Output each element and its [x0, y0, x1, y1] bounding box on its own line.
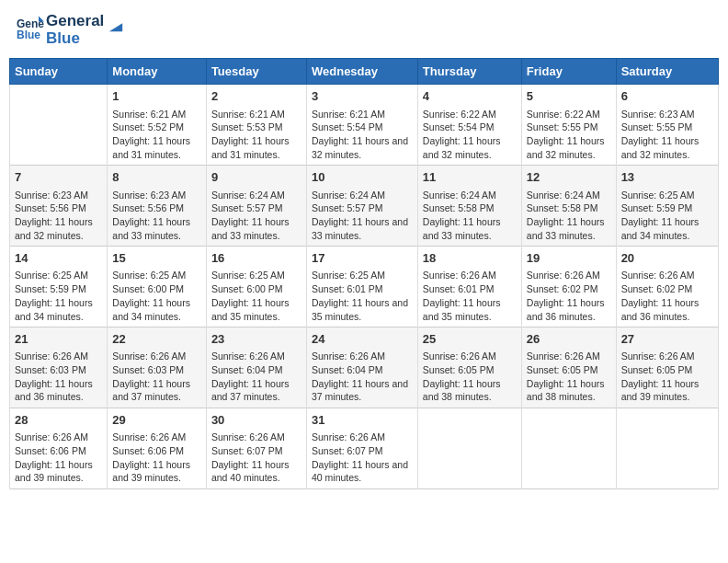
calendar-cell: 7Sunrise: 6:23 AMSunset: 5:56 PMDaylight…: [10, 166, 108, 247]
svg-text:Blue: Blue: [17, 28, 40, 40]
sunrise-text: Sunrise: 6:25 AM: [312, 269, 413, 282]
sunrise-text: Sunrise: 6:26 AM: [312, 350, 413, 363]
daylight-text: Daylight: 11 hours and 33 minutes.: [112, 215, 201, 242]
daylight-text: Daylight: 11 hours and 31 minutes.: [112, 134, 201, 161]
calendar-cell: 19Sunrise: 6:26 AMSunset: 6:02 PMDayligh…: [521, 247, 616, 327]
daylight-text: Daylight: 11 hours and 38 minutes.: [527, 377, 611, 404]
calendar-cell: 6Sunrise: 6:23 AMSunset: 5:55 PMDaylight…: [616, 85, 718, 166]
logo-triangle-icon: [108, 17, 124, 33]
sunset-text: Sunset: 6:02 PM: [527, 282, 611, 296]
daylight-text: Daylight: 11 hours and 37 minutes.: [312, 377, 413, 404]
calendar-cell: 31Sunrise: 6:26 AMSunset: 6:07 PMDayligh…: [306, 408, 417, 489]
sunrise-text: Sunrise: 6:25 AM: [112, 269, 201, 282]
daylight-text: Daylight: 11 hours and 39 minutes.: [112, 458, 201, 485]
day-number: 29: [112, 412, 201, 429]
sunrise-text: Sunrise: 6:24 AM: [423, 189, 517, 202]
calendar-cell: 9Sunrise: 6:24 AMSunset: 5:57 PMDaylight…: [206, 166, 306, 247]
sunrise-text: Sunrise: 6:23 AM: [112, 189, 201, 202]
logo: General Blue General Blue: [17, 13, 124, 47]
sunrise-text: Sunrise: 6:24 AM: [211, 189, 301, 202]
daylight-text: Daylight: 11 hours and 38 minutes.: [423, 377, 517, 404]
calendar-cell: 5Sunrise: 6:22 AMSunset: 5:55 PMDaylight…: [521, 85, 616, 166]
daylight-text: Daylight: 11 hours and 37 minutes.: [112, 377, 201, 404]
sunrise-text: Sunrise: 6:22 AM: [527, 108, 611, 121]
day-number: 14: [15, 250, 102, 267]
calendar-cell: 26Sunrise: 6:26 AMSunset: 6:05 PMDayligh…: [521, 327, 616, 408]
day-number: 4: [423, 88, 517, 105]
sunset-text: Sunset: 6:07 PM: [312, 444, 413, 458]
calendar-cell: 13Sunrise: 6:25 AMSunset: 5:59 PMDayligh…: [616, 166, 718, 247]
day-number: 10: [312, 169, 413, 186]
sunset-text: Sunset: 5:56 PM: [15, 201, 102, 215]
calendar-cell: 24Sunrise: 6:26 AMSunset: 6:04 PMDayligh…: [306, 327, 417, 408]
calendar-cell: [616, 408, 718, 489]
day-number: 16: [211, 250, 301, 267]
col-header-friday: Friday: [521, 59, 616, 85]
calendar-table: SundayMondayTuesdayWednesdayThursdayFrid…: [9, 58, 719, 489]
day-number: 30: [211, 412, 301, 429]
day-number: 21: [15, 331, 102, 348]
day-number: 17: [312, 250, 413, 267]
daylight-text: Daylight: 11 hours and 33 minutes.: [527, 215, 611, 242]
calendar-cell: 27Sunrise: 6:26 AMSunset: 6:05 PMDayligh…: [616, 327, 718, 408]
daylight-text: Daylight: 11 hours and 34 minutes.: [15, 296, 102, 323]
day-number: 18: [423, 250, 517, 267]
sunset-text: Sunset: 6:00 PM: [211, 282, 301, 296]
sunrise-text: Sunrise: 6:21 AM: [211, 108, 301, 121]
calendar-cell: 4Sunrise: 6:22 AMSunset: 5:54 PMDaylight…: [417, 85, 521, 166]
col-header-sunday: Sunday: [10, 59, 108, 85]
daylight-text: Daylight: 11 hours and 39 minutes.: [15, 458, 102, 485]
daylight-text: Daylight: 11 hours and 36 minutes.: [621, 296, 713, 323]
week-row-2: 7Sunrise: 6:23 AMSunset: 5:56 PMDaylight…: [10, 166, 719, 247]
day-number: 25: [423, 331, 517, 348]
sunset-text: Sunset: 6:06 PM: [15, 444, 102, 458]
sunrise-text: Sunrise: 6:26 AM: [15, 350, 102, 363]
calendar-cell: 15Sunrise: 6:25 AMSunset: 6:00 PMDayligh…: [108, 247, 207, 327]
daylight-text: Daylight: 11 hours and 35 minutes.: [312, 296, 413, 323]
sunset-text: Sunset: 5:54 PM: [312, 121, 413, 134]
sunrise-text: Sunrise: 6:26 AM: [527, 269, 611, 282]
day-number: 12: [527, 169, 611, 186]
sunrise-text: Sunrise: 6:21 AM: [112, 108, 201, 121]
daylight-text: Daylight: 11 hours and 35 minutes.: [423, 296, 517, 323]
sunset-text: Sunset: 5:59 PM: [621, 201, 713, 215]
sunrise-text: Sunrise: 6:26 AM: [621, 269, 713, 282]
sunset-text: Sunset: 6:01 PM: [312, 282, 413, 296]
sunset-text: Sunset: 6:05 PM: [621, 363, 713, 377]
sunset-text: Sunset: 5:55 PM: [621, 121, 713, 134]
calendar-cell: [10, 85, 108, 166]
sunrise-text: Sunrise: 6:25 AM: [211, 269, 301, 282]
day-number: 9: [211, 169, 301, 186]
daylight-text: Daylight: 11 hours and 36 minutes.: [15, 377, 102, 404]
week-row-4: 21Sunrise: 6:26 AMSunset: 6:03 PMDayligh…: [10, 327, 719, 408]
day-number: 20: [621, 250, 713, 267]
daylight-text: Daylight: 11 hours and 34 minutes.: [621, 215, 713, 242]
daylight-text: Daylight: 11 hours and 32 minutes.: [527, 134, 611, 161]
day-number: 6: [621, 88, 713, 105]
sunset-text: Sunset: 6:06 PM: [112, 444, 201, 458]
sunset-text: Sunset: 5:59 PM: [15, 282, 102, 296]
sunset-text: Sunset: 6:02 PM: [621, 282, 713, 296]
daylight-text: Daylight: 11 hours and 33 minutes.: [423, 215, 517, 242]
sunrise-text: Sunrise: 6:26 AM: [423, 350, 517, 363]
daylight-text: Daylight: 11 hours and 40 minutes.: [211, 458, 301, 485]
day-number: 15: [112, 250, 201, 267]
col-header-monday: Monday: [108, 59, 207, 85]
daylight-text: Daylight: 11 hours and 32 minutes.: [312, 134, 413, 161]
calendar-cell: 2Sunrise: 6:21 AMSunset: 5:53 PMDaylight…: [206, 85, 306, 166]
page-header: General Blue General Blue: [9, 9, 719, 51]
sunrise-text: Sunrise: 6:26 AM: [211, 350, 301, 363]
daylight-text: Daylight: 11 hours and 34 minutes.: [112, 296, 201, 323]
day-number: 2: [211, 88, 301, 105]
day-number: 3: [312, 88, 413, 105]
sunset-text: Sunset: 6:04 PM: [211, 363, 301, 377]
sunset-text: Sunset: 5:57 PM: [312, 201, 413, 215]
sunset-text: Sunset: 6:07 PM: [211, 444, 301, 458]
calendar-cell: 10Sunrise: 6:24 AMSunset: 5:57 PMDayligh…: [306, 166, 417, 247]
calendar-cell: [521, 408, 616, 489]
day-number: 8: [112, 169, 201, 186]
calendar-cell: 11Sunrise: 6:24 AMSunset: 5:58 PMDayligh…: [417, 166, 521, 247]
calendar-cell: 8Sunrise: 6:23 AMSunset: 5:56 PMDaylight…: [108, 166, 207, 247]
calendar-cell: 23Sunrise: 6:26 AMSunset: 6:04 PMDayligh…: [206, 327, 306, 408]
sunset-text: Sunset: 5:56 PM: [112, 201, 201, 215]
